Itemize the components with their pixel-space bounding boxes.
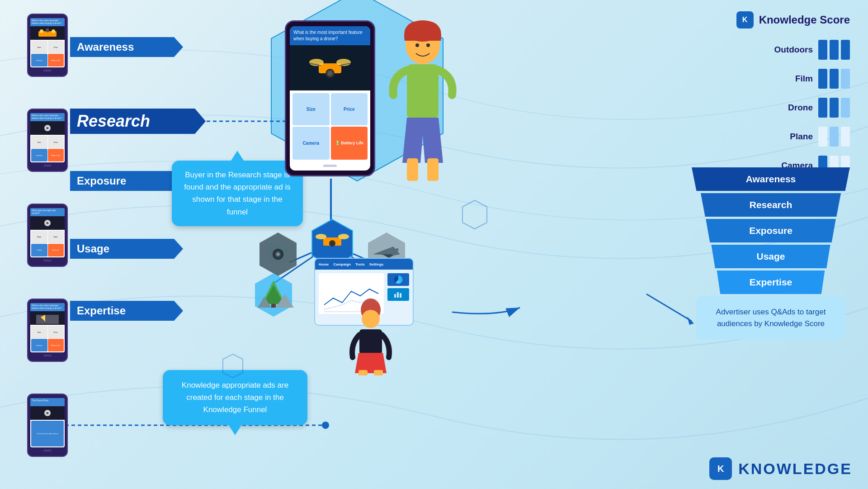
usage-banner: Usage bbox=[70, 239, 183, 259]
phone-usage-header: What is the most important feature when … bbox=[30, 303, 65, 311]
bar-d2 bbox=[830, 98, 839, 118]
dash-nav-home: Home bbox=[319, 262, 329, 266]
pu-camera: Camera bbox=[31, 339, 47, 351]
ks-label-outdoors: Outdoors bbox=[763, 45, 813, 55]
pc-battery: Battery Life bbox=[48, 149, 64, 161]
research-callout-text: Buyer in the Research stage is found and… bbox=[184, 171, 290, 216]
ks-title: Knowledge Score bbox=[759, 14, 850, 26]
phone-expertise-image: ▶ bbox=[30, 406, 65, 420]
dash-header: Home Campaign Tools Settings bbox=[315, 259, 413, 270]
ks-logo-icon: K bbox=[736, 11, 754, 28]
phone-usage-image bbox=[30, 311, 65, 325]
ks-bars-drone bbox=[818, 98, 850, 118]
bar-p1 bbox=[818, 127, 827, 147]
phone-exposure-image: ▶ bbox=[30, 216, 65, 230]
pe-moisture: Accelerator bbox=[48, 244, 64, 256]
cell-camera: Camera bbox=[292, 127, 330, 160]
dash-nav-campaign: Campaign bbox=[333, 262, 351, 266]
phone-research-header: What is the most important feature when … bbox=[30, 113, 65, 121]
dash-nav-tools: Tools bbox=[355, 262, 365, 266]
cell-size: Size bbox=[292, 93, 330, 125]
svg-point-32 bbox=[426, 43, 430, 47]
funnel-panel: Awareness Research Exposure Usage Expert… bbox=[692, 167, 850, 296]
person-computer bbox=[341, 294, 400, 375]
pe-elastin2: Elastin bbox=[48, 231, 64, 243]
phone-awareness: What is the most important feature when … bbox=[27, 14, 68, 77]
funnel-label-4: Usage bbox=[756, 251, 785, 262]
knowledge-score-panel: K Knowledge Score Outdoors Film Drone Pl… bbox=[669, 11, 850, 185]
funnel-exposure: Exposure bbox=[702, 219, 840, 242]
person-illustration bbox=[382, 18, 463, 190]
svg-rect-68 bbox=[359, 370, 368, 375]
pe-collagen: Collagen bbox=[31, 244, 47, 256]
center-phone-question: What is the most important feature when … bbox=[290, 26, 370, 45]
phone-awareness-header: What is the most important feature when … bbox=[30, 18, 65, 26]
bar-p2 bbox=[830, 127, 839, 147]
hex-landscape bbox=[253, 271, 294, 318]
bar-f1 bbox=[818, 69, 827, 89]
phone-cell-size: Size bbox=[31, 41, 47, 53]
svg-rect-19 bbox=[46, 28, 49, 32]
pc-camera: Camera bbox=[31, 149, 47, 161]
svg-point-40 bbox=[338, 234, 349, 239]
center-phone-image bbox=[290, 45, 370, 90]
person-svg bbox=[382, 18, 463, 190]
svg-point-18 bbox=[52, 29, 55, 33]
pe-cta: Check out the video above bbox=[31, 421, 64, 446]
play-button-3: ▶ bbox=[44, 410, 51, 416]
exposure-banner: Exposure bbox=[70, 171, 183, 191]
phone-cell-price: Price bbox=[48, 41, 64, 53]
phone-expertise-header: The Drone Shop bbox=[30, 398, 65, 406]
ks-row-plane: Plane bbox=[669, 127, 850, 147]
expertise-banner: Expertise bbox=[70, 301, 183, 321]
expertise-label: Expertise bbox=[77, 304, 126, 317]
svg-rect-44 bbox=[270, 243, 279, 249]
center-phone: What is the most important feature when … bbox=[285, 20, 375, 176]
funnel-label-2: Research bbox=[750, 199, 793, 210]
funnel-arrow bbox=[642, 290, 696, 326]
svg-point-41 bbox=[329, 240, 335, 247]
play-button-2: ▶ bbox=[44, 220, 51, 226]
pc-size: Size bbox=[31, 136, 47, 148]
knowledge-logo-bottom: K KNOWLEDGE bbox=[709, 457, 852, 480]
phone-expertise: The Drone Shop ▶ Check out the video abo… bbox=[27, 394, 68, 457]
research-callout: Buyer in the Research stage is found and… bbox=[172, 161, 303, 226]
funnel-label-1: Awareness bbox=[746, 174, 796, 185]
phone-exposure-header: What does the right skin control? bbox=[30, 208, 65, 216]
pc-price: Price bbox=[48, 136, 64, 148]
funnel-label-5: Expertise bbox=[750, 277, 793, 288]
svg-point-66 bbox=[362, 310, 380, 328]
center-phone-screen: What is the most important feature when … bbox=[290, 26, 370, 171]
advertiser-text: Advertiser uses Q&Ads to target audience… bbox=[716, 308, 826, 328]
usage-label: Usage bbox=[77, 242, 109, 255]
pu-size: Size bbox=[31, 326, 47, 338]
knowledge-logo-text: KNOWLEDGE bbox=[738, 460, 852, 478]
deco-hex-1 bbox=[461, 199, 488, 230]
svg-point-39 bbox=[316, 234, 326, 239]
phone-stack: What is the most important feature when … bbox=[27, 14, 68, 457]
svg-rect-34 bbox=[407, 158, 418, 181]
deco-hex-2 bbox=[222, 353, 244, 379]
bar-d1 bbox=[818, 98, 827, 118]
expertise-banner-container: Expertise bbox=[70, 301, 183, 321]
exposure-label: Exposure bbox=[77, 175, 126, 187]
ks-label-drone: Drone bbox=[763, 103, 813, 113]
pu-price: Price bbox=[48, 326, 64, 338]
cell-battery: 🔋 Battery Life bbox=[331, 127, 368, 160]
svg-point-47 bbox=[276, 252, 280, 256]
bar-3 bbox=[841, 40, 850, 60]
svg-marker-72 bbox=[687, 317, 694, 325]
research-label: Research bbox=[77, 112, 150, 131]
ks-row-drone: Drone bbox=[669, 98, 850, 118]
funnel-research: Research bbox=[696, 193, 845, 217]
dash-nav-settings: Settings bbox=[369, 262, 384, 266]
svg-rect-20 bbox=[36, 315, 59, 324]
play-button: ▶ bbox=[44, 125, 51, 131]
usage-banner-container: Usage bbox=[70, 239, 183, 259]
drone-image bbox=[301, 50, 359, 86]
svg-point-31 bbox=[415, 43, 419, 47]
exposure-banner-container: Exposure bbox=[70, 171, 183, 191]
svg-point-28 bbox=[327, 71, 333, 76]
phone-awareness-image bbox=[30, 26, 65, 40]
svg-rect-69 bbox=[374, 370, 383, 375]
